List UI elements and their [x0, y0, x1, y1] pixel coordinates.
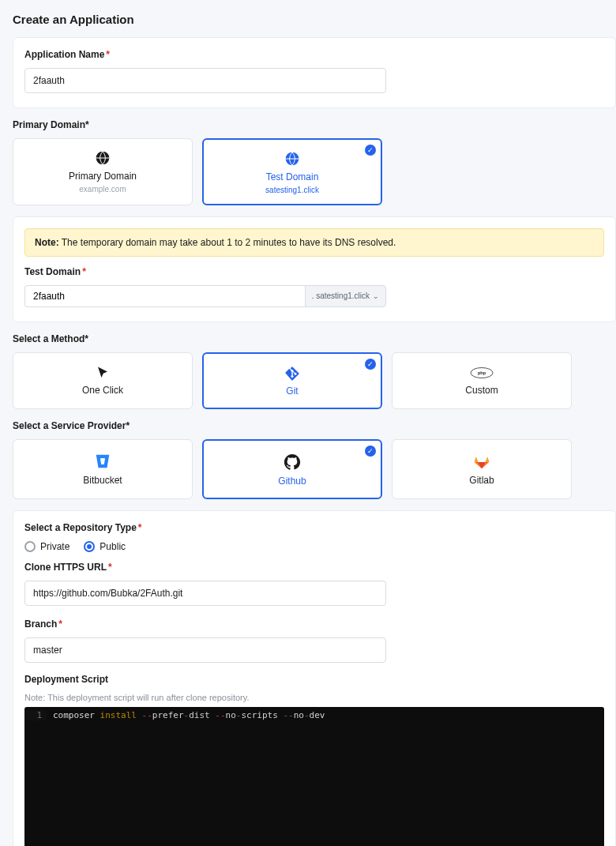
clone-url-input[interactable] — [24, 581, 386, 606]
app-name-input[interactable] — [24, 68, 386, 93]
clone-url-label: Clone HTTPS URL* — [24, 562, 604, 573]
primary-domain-card[interactable]: Primary Domain example.com — [13, 138, 193, 205]
github-icon — [210, 453, 374, 471]
card-title: Test Domain — [210, 171, 374, 182]
test-domain-panel: Note: The temporary domain may take abou… — [13, 216, 616, 322]
provider-gitlab[interactable]: Gitlab — [392, 439, 572, 499]
method-one-click[interactable]: One Click — [13, 352, 193, 409]
test-domain-label: Test Domain* — [24, 266, 604, 277]
deploy-script-note: Note: This deployment script will run af… — [24, 693, 604, 702]
select-provider-label: Select a Service Provider* — [13, 420, 616, 431]
svg-text:php: php — [478, 370, 486, 375]
radio-icon — [84, 541, 95, 552]
method-git[interactable]: ✓ Git — [202, 352, 382, 409]
card-title: Custom — [399, 385, 565, 396]
code-line: composer install --prefer-dist --no-scri… — [47, 710, 325, 720]
card-title: Primary Domain — [20, 171, 186, 182]
provider-bitbucket[interactable]: Bitbucket — [13, 439, 193, 499]
note-bar: Note: The temporary domain may take abou… — [24, 228, 604, 257]
page-title: Create an Application — [13, 13, 616, 26]
repo-panel: Select a Repository Type* Private Public… — [13, 510, 616, 846]
card-title: Gitlab — [399, 475, 565, 486]
deploy-script-editor[interactable]: 1 composer install --prefer-dist --no-sc… — [24, 707, 604, 846]
branch-input[interactable] — [24, 637, 386, 663]
method-custom[interactable]: php Custom — [392, 352, 572, 409]
radio-icon — [24, 541, 36, 552]
globe-icon — [20, 150, 186, 166]
provider-github[interactable]: ✓ Github — [202, 439, 382, 499]
globe-icon — [210, 151, 374, 167]
gitlab-icon — [399, 453, 565, 470]
branch-label: Branch* — [24, 619, 604, 630]
php-icon: php — [399, 366, 565, 380]
cursor-icon — [20, 366, 186, 380]
app-name-panel: Application Name* — [13, 37, 616, 108]
test-domain-input[interactable] — [24, 285, 305, 307]
line-number: 1 — [24, 710, 47, 720]
card-sub: satesting1.click — [210, 186, 374, 194]
check-icon: ✓ — [365, 359, 376, 370]
app-name-label: Application Name* — [24, 49, 604, 60]
repo-type-private[interactable]: Private — [24, 541, 69, 552]
card-title: One Click — [20, 385, 186, 396]
card-title: Github — [210, 476, 374, 487]
test-domain-suffix-select[interactable]: . satesting1.click ⌄ — [305, 285, 386, 307]
repo-type-public[interactable]: Public — [84, 541, 126, 552]
git-icon — [210, 367, 374, 381]
card-title: Bitbucket — [20, 475, 186, 486]
card-title: Git — [210, 385, 374, 397]
card-sub: example.com — [20, 185, 186, 194]
bitbucket-icon — [20, 453, 186, 470]
test-domain-card[interactable]: ✓ Test Domain satesting1.click — [202, 138, 382, 205]
repo-type-label: Select a Repository Type* — [24, 522, 604, 533]
deploy-script-label: Deployment Script — [24, 674, 604, 685]
check-icon: ✓ — [365, 446, 376, 457]
select-method-label: Select a Method* — [13, 333, 616, 344]
chevron-down-icon: ⌄ — [373, 286, 379, 306]
primary-domain-label: Primary Domain* — [13, 119, 616, 130]
check-icon: ✓ — [365, 145, 376, 156]
